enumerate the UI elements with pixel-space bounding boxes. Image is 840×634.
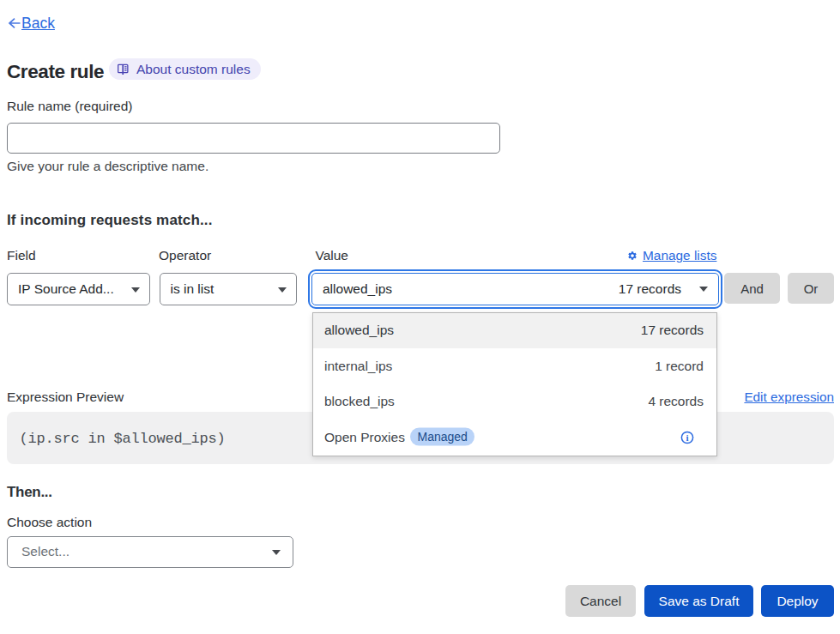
svg-text:i: i <box>686 432 688 443</box>
